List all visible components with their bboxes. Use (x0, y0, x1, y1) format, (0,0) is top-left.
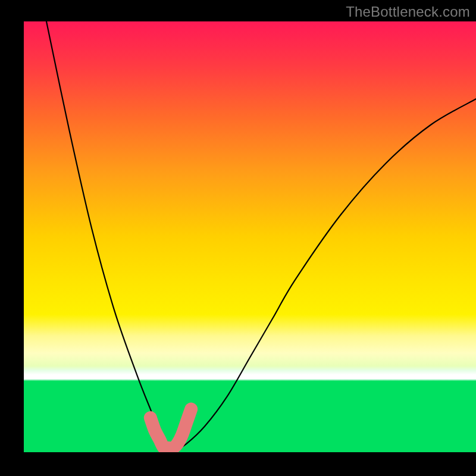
highlight-band (24, 21, 476, 452)
plot-area (24, 21, 476, 452)
chart-frame: TheBottleneck.com (0, 0, 476, 476)
watermark-label: TheBottleneck.com (346, 4, 470, 20)
